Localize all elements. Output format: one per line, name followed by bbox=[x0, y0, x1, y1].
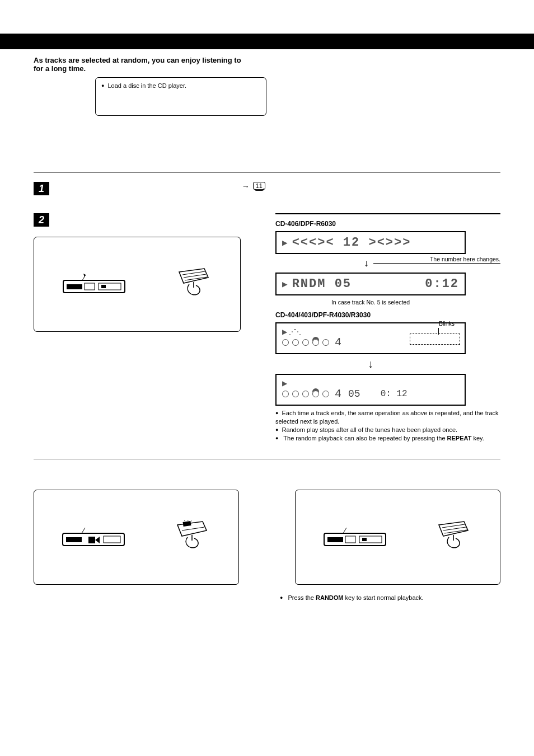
skip-next-icon: ▶▶| bbox=[184, 520, 192, 522]
intro-line-2: for a long time. bbox=[34, 64, 86, 73]
device-box-left: ▶▶| bbox=[34, 490, 239, 585]
svg-rect-19 bbox=[327, 537, 343, 542]
step-1-number: 1 bbox=[34, 182, 49, 195]
section-divider bbox=[34, 172, 500, 173]
note-3: The random playback can also be repeated… bbox=[275, 434, 500, 443]
front-panel-icon bbox=[62, 523, 129, 551]
bottom-row: ▶▶| bbox=[34, 490, 500, 585]
lcd-b-2: ▶ 4 05 0: 12 bbox=[275, 374, 466, 406]
section-divider-2 bbox=[34, 459, 500, 459]
svg-line-25 bbox=[443, 527, 466, 530]
step-1-row: 1 → 11 bbox=[34, 182, 500, 195]
intro-text: As tracks are selected at random, you ca… bbox=[34, 56, 266, 73]
svg-line-23 bbox=[343, 528, 346, 533]
disc-row-2: 4 05 0: 12 bbox=[282, 387, 459, 400]
model-a-heading: CD-406/DPF-R6030 bbox=[275, 220, 500, 228]
step-2-notes: Each time a track ends, the same operati… bbox=[275, 409, 500, 442]
svg-line-24 bbox=[442, 524, 465, 528]
top-whitespace bbox=[0, 0, 534, 34]
note-1: Each time a track ends, the same operati… bbox=[275, 409, 500, 426]
caption-track-selected: In case track No. 5 is selected bbox=[275, 299, 466, 306]
svg-rect-20 bbox=[345, 536, 355, 543]
svg-rect-15 bbox=[183, 521, 191, 527]
svg-rect-22 bbox=[362, 538, 367, 541]
front-panel-icon bbox=[62, 270, 129, 298]
model-b-heading: CD-404/403/DPF-R4030/R3030 bbox=[275, 311, 500, 319]
arrow-down-icon: ↓ bbox=[275, 358, 466, 370]
arrow-down-icon: ↓ bbox=[364, 257, 369, 269]
svg-marker-12 bbox=[88, 537, 95, 543]
device-box-right bbox=[295, 490, 500, 585]
preparation-box: Load a disc in the CD player. bbox=[95, 77, 266, 116]
svg-rect-11 bbox=[66, 537, 82, 542]
page-ref-arrow: → bbox=[242, 182, 250, 191]
svg-rect-2 bbox=[85, 283, 95, 290]
header-black-band bbox=[0, 34, 534, 49]
step-2-number: 2 bbox=[34, 213, 49, 227]
svg-rect-1 bbox=[67, 284, 82, 289]
front-panel-icon bbox=[323, 523, 390, 551]
svg-line-6 bbox=[182, 271, 205, 275]
remote-control-icon bbox=[174, 267, 213, 301]
svg-line-16 bbox=[182, 527, 204, 530]
remote-control-icon bbox=[433, 520, 472, 554]
svg-line-14 bbox=[82, 528, 85, 533]
blink-indicator-box bbox=[410, 334, 460, 345]
step-2-row: 2 bbox=[34, 213, 259, 227]
lcd-a-1: <<<>< 12 ><>>> bbox=[275, 231, 466, 254]
lcd-b-1: ▶ ⋰⋱ 4 bbox=[275, 322, 466, 354]
preparation-note: Load a disc in the CD player. bbox=[101, 82, 186, 89]
lcd-a-2: RNDM 05 0:12 bbox=[275, 273, 466, 295]
svg-rect-4 bbox=[101, 285, 106, 288]
page-reference-icon: 11 bbox=[253, 182, 265, 190]
svg-line-7 bbox=[184, 274, 206, 278]
svg-rect-13 bbox=[104, 536, 120, 543]
note-2: Random play stops after all of the tunes… bbox=[275, 426, 500, 434]
annotation-number-changes: The number here changes. bbox=[430, 256, 500, 262]
remote-control-icon: ▶▶| bbox=[172, 520, 211, 554]
device-illustration-box bbox=[34, 237, 241, 332]
intro-line-1: As tracks are selected at random, you ca… bbox=[34, 56, 241, 64]
bottom-note: Press the RANDOM key to start normal pla… bbox=[280, 594, 424, 602]
